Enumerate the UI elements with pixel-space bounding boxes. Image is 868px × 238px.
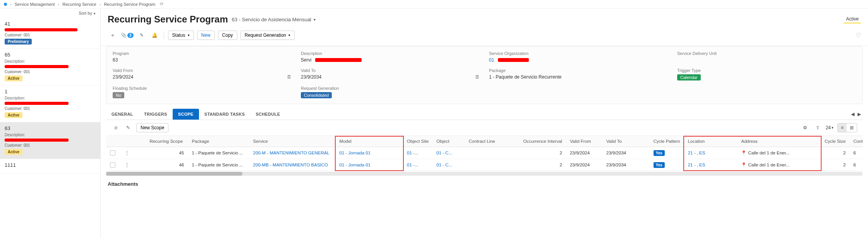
page-size-selector[interactable]: 24 bbox=[826, 125, 834, 130]
favorite-icon[interactable]: ♡ bbox=[856, 32, 861, 39]
sidebar-list: 41Customer: 001Preliminary65Description:… bbox=[0, 18, 100, 238]
org-value[interactable]: 01 bbox=[489, 57, 668, 63]
sidebar-item[interactable]: 1111 bbox=[0, 159, 100, 174]
list-view-icon[interactable]: ≡ bbox=[838, 123, 847, 132]
col-header[interactable] bbox=[392, 136, 403, 147]
col-header[interactable]: Occurrence Interval bbox=[520, 136, 566, 147]
sidebar-item-badge: Active bbox=[5, 75, 22, 81]
grid-view-icon[interactable]: ⊞ bbox=[847, 123, 857, 132]
cell-validfrom: 23/9/2024 bbox=[566, 159, 602, 171]
tab-general[interactable]: GENERAL bbox=[106, 109, 139, 120]
cell-service[interactable]: 200-M - MANTENIMIENTO GENERAL bbox=[249, 147, 336, 159]
cell-address: 📍Calle del 1 de Ener... bbox=[737, 159, 810, 171]
package-value: 1 - Paquete de Servicio Recurrente bbox=[489, 74, 668, 80]
sidebar-item-badge: Active bbox=[5, 149, 22, 155]
col-header[interactable]: Contract Line bbox=[465, 136, 509, 147]
calendar-icon[interactable]: 🗓 bbox=[475, 74, 480, 80]
breadcrumb-item[interactable]: Recurring Service bbox=[62, 2, 96, 7]
breadcrumb-dot-icon bbox=[4, 3, 7, 6]
cell-location[interactable]: 21 - , ES bbox=[684, 159, 738, 171]
breadcrumb-item[interactable]: Recurring Service Program bbox=[104, 2, 155, 7]
cell-model[interactable]: 01 - Jornada 01 bbox=[336, 147, 392, 159]
edit-icon[interactable]: ✎ bbox=[137, 30, 147, 40]
col-header[interactable] bbox=[106, 136, 119, 147]
col-header[interactable]: Location bbox=[684, 136, 738, 147]
col-header[interactable]: Model bbox=[336, 136, 392, 147]
info-card: Program 63 Description Servi Service Org… bbox=[106, 46, 863, 104]
attachments-button[interactable]: 📎 3 bbox=[121, 33, 134, 38]
cell-object[interactable]: 01 - C... bbox=[432, 147, 465, 159]
col-header[interactable] bbox=[135, 136, 146, 147]
status-dropdown[interactable]: Status bbox=[168, 31, 194, 40]
cell-osite[interactable]: 01 -... bbox=[403, 159, 432, 171]
new-button[interactable]: New bbox=[197, 31, 215, 40]
cell-model[interactable]: 01 - Jornada 01 bbox=[336, 159, 392, 171]
col-header[interactable]: Cycle Pattern bbox=[650, 136, 684, 147]
new-scope-button[interactable]: New Scope bbox=[136, 123, 168, 132]
copy-button[interactable]: Copy bbox=[218, 31, 237, 40]
record-selector[interactable]: 63 - Servicio de Asistencia Mensual bbox=[232, 17, 316, 22]
chevron-right-icon: › bbox=[10, 2, 12, 7]
sidebar-item[interactable]: 65Description:Customer: 001Active bbox=[0, 49, 100, 86]
row-menu-icon[interactable]: ⋮ bbox=[123, 163, 131, 167]
package-label: Package bbox=[489, 68, 668, 73]
col-header[interactable]: Cycle Size bbox=[821, 136, 849, 147]
back-icon[interactable]: « bbox=[108, 30, 118, 40]
sortby-dropdown[interactable]: Sort by bbox=[0, 9, 100, 18]
request-generation-dropdown[interactable]: Request Generation bbox=[240, 31, 295, 40]
edit-icon[interactable]: ✎ bbox=[124, 123, 132, 132]
col-header[interactable] bbox=[119, 136, 135, 147]
trigger-chip: Calendar bbox=[677, 74, 701, 80]
tab-prev-icon[interactable]: ◀ bbox=[851, 111, 854, 117]
col-header[interactable] bbox=[638, 136, 649, 147]
col-header[interactable]: Valid To bbox=[602, 136, 638, 147]
pin-icon: 📍 bbox=[741, 163, 746, 167]
cell-osite[interactable]: 01 -... bbox=[403, 147, 432, 159]
horizontal-scrollbar[interactable] bbox=[106, 172, 863, 176]
cell-occurrence: 2 bbox=[520, 159, 566, 171]
col-header[interactable]: Service bbox=[249, 136, 336, 147]
table-row[interactable]: ⋮451 - Paquete de Servicio ...200-M - MA… bbox=[106, 147, 863, 159]
row-checkbox[interactable] bbox=[110, 150, 115, 156]
sidebar-item[interactable]: 41Customer: 001Preliminary bbox=[0, 18, 100, 49]
tab-triggers[interactable]: TRIGGERS bbox=[139, 109, 173, 120]
tab-next-icon[interactable]: ▶ bbox=[858, 111, 861, 117]
col-header[interactable]: Address bbox=[737, 136, 810, 147]
description-value: Servi bbox=[301, 57, 480, 63]
refresh-icon[interactable]: ⟳ bbox=[160, 2, 163, 7]
cell-object[interactable]: 01 - C... bbox=[432, 159, 465, 171]
tabs-nav: ◀ ▶ bbox=[851, 111, 863, 117]
filter-icon[interactable]: ⎚ bbox=[112, 123, 120, 132]
row-menu-icon[interactable]: ⋮ bbox=[123, 151, 131, 155]
bell-icon[interactable]: 🔔 bbox=[150, 30, 160, 40]
col-header[interactable]: Object Site bbox=[403, 136, 432, 147]
tab-schedule[interactable]: SCHEDULE bbox=[250, 109, 285, 120]
breadcrumb-item[interactable]: Service Management bbox=[15, 2, 55, 7]
cell-validto: 23/9/2034 bbox=[602, 147, 638, 159]
sidebar-item-num: 63 bbox=[5, 125, 96, 131]
col-header[interactable] bbox=[508, 136, 519, 147]
col-header[interactable]: Valid From bbox=[566, 136, 602, 147]
breadcrumb: › Service Management › Recurring Service… bbox=[0, 0, 868, 9]
tab-standard-tasks[interactable]: STANDARD TASKS bbox=[199, 109, 250, 120]
cell-cycle-size: 2 bbox=[821, 147, 849, 159]
col-header[interactable]: Object bbox=[432, 136, 465, 147]
calendar-icon[interactable]: 🗓 bbox=[287, 74, 292, 80]
trigger-label: Trigger Type bbox=[677, 68, 856, 73]
sidebar-item-badge: Preliminary bbox=[5, 39, 32, 45]
table-row[interactable]: ⋮461 - Paquete de Servicio ...200-MB - M… bbox=[106, 159, 863, 171]
cell-location[interactable]: 21 - , ES bbox=[684, 147, 738, 159]
sidebar-item[interactable]: 63Description:Customer: 001Active bbox=[0, 122, 100, 159]
col-header[interactable]: Contract ID bbox=[849, 136, 863, 147]
col-header[interactable]: Package bbox=[188, 136, 249, 147]
cell-address: 📍Calle del 1 de Ener... bbox=[737, 147, 810, 159]
sidebar-item[interactable]: 1Description:Customer: 001Active bbox=[0, 86, 100, 122]
col-header[interactable]: Recurring Scope bbox=[146, 136, 188, 147]
cell-service[interactable]: 200-MB - MANTENIMIENTO BASICO bbox=[249, 159, 336, 171]
col-header[interactable] bbox=[810, 136, 821, 147]
tab-scope[interactable]: SCOPE bbox=[173, 109, 199, 120]
chevron-right-icon: › bbox=[99, 2, 101, 7]
row-checkbox[interactable] bbox=[110, 162, 115, 168]
export-icon[interactable]: ⇪ bbox=[813, 123, 822, 132]
gear-icon[interactable]: ⚙ bbox=[801, 123, 810, 132]
